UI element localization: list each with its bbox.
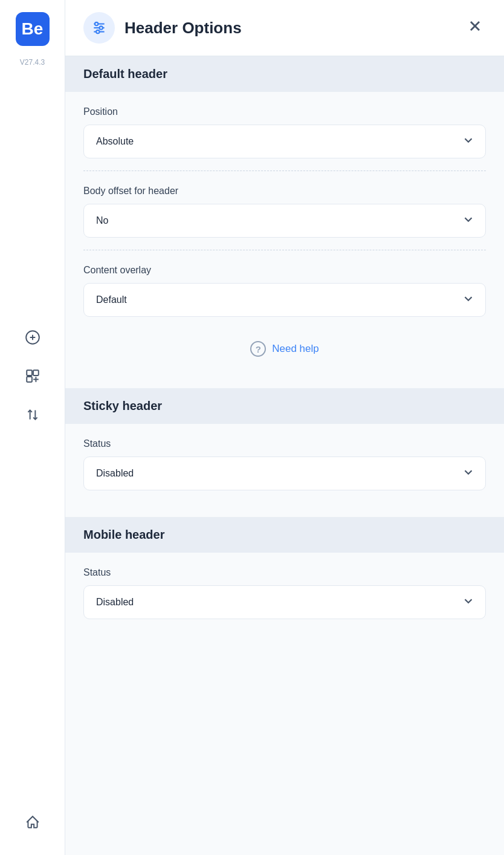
mobile-header-section: Mobile header Status Disabled [65, 517, 504, 646]
add-icon[interactable] [22, 327, 44, 348]
position-select[interactable]: Absolute [83, 125, 486, 158]
version-label: V27.4.3 [20, 58, 45, 67]
header-options-icon-wrap [83, 12, 115, 44]
sticky-header-body: Status Disabled [65, 424, 504, 517]
mobile-header-body: Status Disabled [65, 553, 504, 646]
header-left: Header Options [83, 12, 242, 44]
home-icon[interactable] [22, 811, 44, 833]
sidebar: Be V27.4.3 [0, 0, 65, 855]
layout-icon[interactable] [22, 365, 44, 387]
svg-point-15 [96, 30, 99, 33]
content-area: Default header Position Absolute [65, 56, 504, 855]
sort-icon[interactable] [22, 404, 44, 426]
svg-rect-4 [33, 370, 39, 375]
logo[interactable]: Be [16, 12, 50, 46]
need-help-row[interactable]: ? Need help [83, 329, 486, 374]
sticky-header-title: Sticky header [65, 388, 504, 424]
default-header-title: Default header [65, 56, 504, 92]
divider-1 [83, 171, 486, 171]
mobile-status-select-wrapper: Disabled [83, 585, 486, 619]
position-label: Position [83, 106, 486, 117]
sticky-status-select-wrapper: Disabled [83, 457, 486, 490]
content-overlay-field-group: Content overlay Default [83, 265, 486, 317]
mobile-status-select[interactable]: Disabled [83, 585, 486, 619]
default-header-section: Default header Position Absolute [65, 56, 504, 388]
sliders-icon [91, 20, 107, 36]
position-select-wrapper: Absolute [83, 125, 486, 158]
close-button[interactable] [464, 15, 486, 41]
mobile-header-title: Mobile header [65, 517, 504, 553]
body-offset-label: Body offset for header [83, 186, 486, 197]
body-offset-select-wrapper: No [83, 204, 486, 238]
sticky-header-section: Sticky header Status Disabled [65, 388, 504, 517]
sticky-status-field-group: Status Disabled [83, 438, 486, 490]
mobile-status-field-group: Status Disabled [83, 567, 486, 619]
svg-point-13 [95, 22, 98, 25]
sticky-status-select[interactable]: Disabled [83, 457, 486, 490]
body-offset-select[interactable]: No [83, 204, 486, 238]
sidebar-icons [22, 327, 44, 426]
position-field-group: Position Absolute [83, 106, 486, 158]
need-help-text: Need help [272, 343, 319, 355]
content-overlay-select-wrapper: Default [83, 283, 486, 317]
svg-point-14 [100, 26, 103, 29]
header-bar: Header Options [65, 0, 504, 56]
svg-rect-5 [27, 377, 32, 382]
body-offset-field-group: Body offset for header No [83, 186, 486, 238]
page-title: Header Options [124, 19, 242, 37]
svg-rect-3 [27, 370, 32, 375]
sticky-status-label: Status [83, 438, 486, 449]
divider-2 [83, 250, 486, 250]
mobile-status-label: Status [83, 567, 486, 578]
content-overlay-select[interactable]: Default [83, 283, 486, 317]
default-header-body: Position Absolute [65, 92, 504, 388]
help-circle-icon: ? [250, 341, 266, 357]
main-panel: Header Options Default header Position A… [65, 0, 504, 855]
content-overlay-label: Content overlay [83, 265, 486, 276]
